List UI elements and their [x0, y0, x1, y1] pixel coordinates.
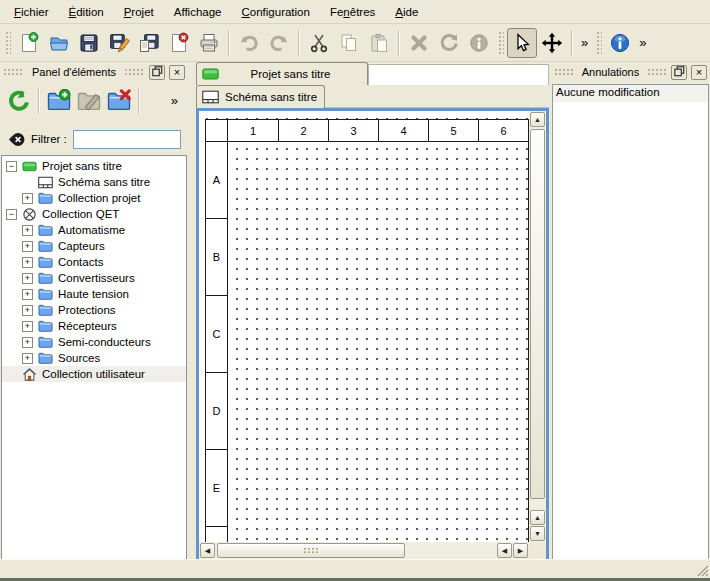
menu-fenetres[interactable]: Fenêtres	[320, 2, 385, 22]
expander-plus-icon[interactable]: +	[22, 337, 33, 348]
column-header-3: 3	[328, 120, 378, 142]
toolbar-overflow-button-2[interactable]: »	[635, 28, 650, 58]
cut-button	[304, 28, 334, 58]
scroll-up-button-2[interactable]: ▲	[530, 510, 545, 525]
panel-overflow-button[interactable]: »	[167, 86, 182, 116]
toolbar-separator	[228, 30, 230, 56]
scroll-left-button[interactable]: ◀	[200, 543, 215, 558]
expander-plus-icon[interactable]: +	[22, 305, 33, 316]
new-project-button[interactable]	[14, 28, 44, 58]
tree-item-projet-sans-titre[interactable]: −Projet sans titre	[2, 158, 186, 174]
tree-item-semi-conducteurs[interactable]: +Semi-conducteurs	[2, 334, 186, 350]
select-mode-button[interactable]	[507, 28, 537, 58]
restore-icon	[674, 66, 685, 79]
tree-item-protections[interactable]: +Protections	[2, 302, 186, 318]
menu-configuration[interactable]: Configuration	[232, 2, 320, 22]
open-project-button[interactable]	[44, 28, 74, 58]
menu-fichier[interactable]: Fichier	[4, 2, 59, 22]
menu-aide[interactable]: Aide	[385, 2, 428, 22]
dock-texture	[554, 68, 574, 76]
diagram-scene[interactable]: 123456 ABCDE	[199, 111, 529, 542]
tab-projet-sans-titre[interactable]: Projet sans titre	[196, 62, 368, 85]
row-header-c: C	[206, 296, 228, 373]
expander-minus-icon[interactable]: −	[6, 209, 17, 220]
save-all-button[interactable]	[134, 28, 164, 58]
size-grip[interactable]	[695, 563, 709, 577]
left-splitter[interactable]	[188, 62, 196, 562]
close-document-icon	[168, 32, 190, 54]
folder-icon	[38, 287, 53, 302]
expander-plus-icon[interactable]: +	[22, 193, 33, 204]
tree-item-automatisme[interactable]: +Automatisme	[2, 222, 186, 238]
toolbar-handle[interactable]	[595, 30, 602, 56]
expander-plus-icon[interactable]: +	[22, 225, 33, 236]
tree-item-collection-projet[interactable]: +Collection projet	[2, 190, 186, 206]
main-toolbar: »»	[0, 24, 710, 62]
horizontal-scrollbar[interactable]: ◀ ◀ ▶	[199, 542, 529, 559]
tree-item-convertisseurs[interactable]: +Convertisseurs	[2, 270, 186, 286]
delete-category-button[interactable]	[104, 86, 134, 116]
up-arrow-icon: ▲	[534, 116, 541, 123]
tree-item-contacts[interactable]: +Contacts	[2, 254, 186, 270]
close-panel-button[interactable]: ×	[691, 65, 707, 80]
save-as-button[interactable]	[104, 28, 134, 58]
filter-input[interactable]	[73, 130, 181, 149]
expander-plus-icon[interactable]: +	[22, 353, 33, 364]
thumb-grip	[303, 547, 319, 554]
float-panel-button[interactable]	[671, 65, 687, 80]
tree-item-schema-sans-titre[interactable]: Schéma sans titre	[2, 174, 186, 190]
toolbar-handle[interactable]	[4, 30, 11, 56]
menu-affichage[interactable]: Affichage	[164, 2, 232, 22]
menu-projet[interactable]: Projet	[114, 2, 164, 22]
expander-plus-icon[interactable]: +	[22, 241, 33, 252]
tree-item-capteurs[interactable]: +Capteurs	[2, 238, 186, 254]
clear-filter-button[interactable]	[8, 131, 25, 148]
diagram-page: 123456 ABCDE	[205, 119, 529, 542]
save-icon	[78, 32, 100, 54]
toolbar-separator	[138, 88, 140, 114]
qet-collection-icon	[22, 207, 37, 222]
pan-mode-button[interactable]	[537, 28, 567, 58]
expander-plus-icon[interactable]: +	[22, 273, 33, 284]
column-header-2: 2	[278, 120, 328, 142]
tree-item-label: Collection QET	[42, 208, 119, 220]
save-all-icon	[138, 32, 160, 54]
print-button[interactable]	[194, 28, 224, 58]
reload-collections-button[interactable]	[4, 86, 34, 116]
scroll-down-button[interactable]: ▼	[530, 526, 545, 541]
tree-item-collection-qet[interactable]: −Collection QET	[2, 206, 186, 222]
scroll-left-button-2[interactable]: ◀	[497, 543, 512, 558]
toolbar-handle[interactable]	[497, 30, 504, 56]
save-button[interactable]	[74, 28, 104, 58]
close-project-button[interactable]	[164, 28, 194, 58]
project-tab-bar: Projet sans titre	[196, 62, 549, 85]
horizontal-scroll-thumb[interactable]	[217, 543, 405, 558]
undo-dock-header[interactable]: Annulations ×	[551, 62, 710, 82]
scroll-right-button[interactable]: ▶	[513, 543, 528, 558]
vertical-scroll-thumb[interactable]	[530, 129, 545, 499]
tree-item-recepteurs[interactable]: +Récepteurs	[2, 318, 186, 334]
tree-item-sources[interactable]: +Sources	[2, 350, 186, 366]
menu-edition[interactable]: Édition	[59, 2, 114, 22]
project-icon	[202, 67, 219, 81]
tab-schema-sans-titre[interactable]: Schéma sans titre	[196, 85, 325, 108]
expander-minus-icon[interactable]: −	[6, 161, 17, 172]
toolbar-overflow-button[interactable]: »	[577, 28, 592, 58]
close-panel-button[interactable]: ×	[169, 65, 185, 80]
expander-plus-icon[interactable]: +	[22, 289, 33, 300]
about-qet-button[interactable]	[605, 28, 635, 58]
tree-item-collection-utilisateur[interactable]: Collection utilisateur	[2, 366, 186, 382]
expander-plus-icon[interactable]: +	[22, 321, 33, 332]
scroll-up-button[interactable]: ▲	[530, 112, 545, 127]
tab-label: Schéma sans titre	[225, 91, 317, 103]
tree-item-label: Schéma sans titre	[58, 176, 150, 188]
expander-plus-icon[interactable]: +	[22, 257, 33, 268]
new-category-button[interactable]	[44, 86, 74, 116]
undo-list-item[interactable]: Aucune modification	[553, 85, 708, 102]
tree-item-haute-tension[interactable]: +Haute tension	[2, 286, 186, 302]
row-header-e: E	[206, 450, 228, 527]
float-panel-button[interactable]	[149, 65, 165, 80]
toolbar-separator	[398, 30, 400, 56]
elements-panel-header[interactable]: Panel d'éléments ×	[0, 62, 188, 82]
vertical-scrollbar[interactable]: ▲ ▲ ▼	[529, 111, 546, 542]
